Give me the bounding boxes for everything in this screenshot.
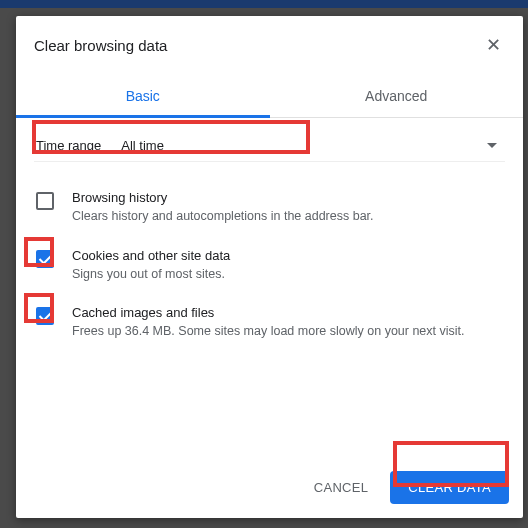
option-cache: Cached images and files Frees up 36.4 MB… bbox=[34, 289, 505, 347]
clear-data-button[interactable]: CLEAR DATA bbox=[390, 471, 509, 504]
dialog-header: Clear browsing data ✕ bbox=[16, 16, 523, 68]
checkbox-browsing-history[interactable] bbox=[36, 192, 54, 210]
dialog-title: Clear browsing data bbox=[34, 37, 167, 54]
option-browsing-history: Browsing history Clears history and auto… bbox=[34, 174, 505, 232]
option-desc: Signs you out of most sites. bbox=[72, 266, 230, 284]
close-icon[interactable]: ✕ bbox=[482, 32, 505, 58]
checkbox-cookies[interactable] bbox=[36, 250, 54, 268]
time-range-label: Time range bbox=[36, 138, 101, 153]
tab-advanced[interactable]: Advanced bbox=[270, 76, 524, 117]
chevron-down-icon bbox=[487, 143, 497, 148]
option-cookies: Cookies and other site data Signs you ou… bbox=[34, 232, 505, 290]
time-range-value: All time bbox=[121, 138, 164, 153]
clear-browsing-data-dialog: Clear browsing data ✕ Basic Advanced Tim… bbox=[16, 16, 523, 518]
cancel-button[interactable]: CANCEL bbox=[300, 472, 383, 503]
option-desc: Frees up 36.4 MB. Some sites may load mo… bbox=[72, 323, 465, 341]
time-range-select[interactable]: All time bbox=[121, 138, 503, 153]
dialog-footer: CANCEL CLEAR DATA bbox=[16, 459, 523, 518]
tab-basic[interactable]: Basic bbox=[16, 76, 270, 117]
time-range-row: Time range All time bbox=[34, 132, 505, 162]
tab-bar: Basic Advanced bbox=[16, 76, 523, 118]
option-title: Cookies and other site data bbox=[72, 248, 230, 263]
option-title: Browsing history bbox=[72, 190, 374, 205]
option-title: Cached images and files bbox=[72, 305, 465, 320]
option-desc: Clears history and autocompletions in th… bbox=[72, 208, 374, 226]
checkbox-cache[interactable] bbox=[36, 307, 54, 325]
dialog-content: Time range All time Browsing history Cle… bbox=[16, 118, 523, 459]
